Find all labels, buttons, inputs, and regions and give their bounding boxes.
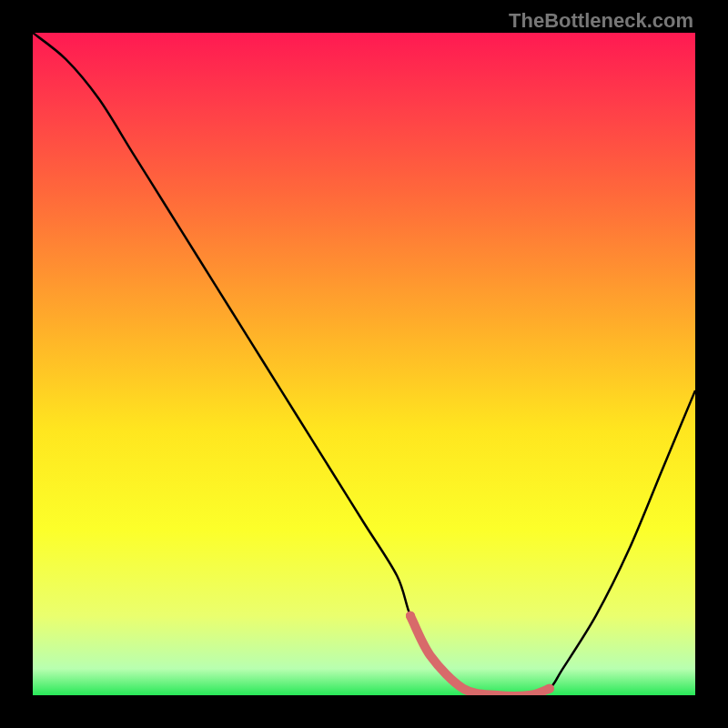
chart-container: TheBottleneck.com [0,0,728,728]
chart-svg [33,33,695,695]
watermark-label: TheBottleneck.com [509,9,693,33]
gradient-background [33,33,695,695]
highlight-start-dot [406,612,415,621]
plot-area [33,33,695,695]
highlight-end-dot [545,684,554,693]
